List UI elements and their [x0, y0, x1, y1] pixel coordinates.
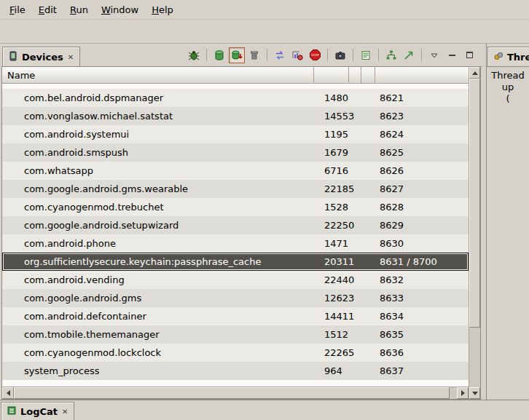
heap-dump-icon[interactable]	[229, 47, 245, 63]
process-row[interactable]: com.cyanogenmod.lockclock222658636	[2, 344, 469, 362]
process-row[interactable]: com.android.phone14718630	[2, 234, 469, 253]
process-row[interactable]: com.cyanogenmod.trebuchet15288628	[2, 198, 469, 216]
process-row[interactable]: com.google.android.gms126238633	[2, 289, 469, 307]
process-row[interactable]: com.android.defcontainer144118634	[2, 307, 469, 325]
process-row[interactable]: com.android.smspush16798625	[2, 143, 469, 162]
process-row[interactable]: com.tmobile.thememanager15128635	[2, 325, 469, 344]
process-row[interactable]: com.google.android.gms.wearable221858627	[2, 180, 469, 198]
process-pid: 1480	[314, 89, 349, 107]
tab-devices[interactable]: Devices ✕	[2, 47, 80, 66]
column-header-pid[interactable]	[314, 67, 349, 83]
process-port: 8627	[375, 180, 469, 198]
tab-devices-label: Devices	[22, 52, 63, 63]
process-port: 8629	[375, 216, 469, 234]
process-port: 8637	[375, 362, 469, 380]
column-header-port[interactable]	[375, 67, 469, 83]
scroll-down-button[interactable]	[469, 387, 480, 399]
process-name: com.android.defcontainer	[2, 307, 314, 325]
logcat-bar: LogCat ✕	[0, 400, 529, 420]
toolbar-separator	[378, 49, 379, 61]
process-pid: 1195	[314, 125, 349, 143]
process-row[interactable]: com.vonglasow.michael.satstat145538623	[2, 107, 469, 125]
column-header-blank1[interactable]	[349, 67, 361, 83]
process-name: com.google.android.setupwizard	[2, 216, 314, 234]
process-pid: 22185	[314, 180, 349, 198]
process-port: 8632	[375, 271, 469, 289]
maximize-icon[interactable]	[461, 47, 477, 63]
view-menu-icon[interactable]	[426, 47, 442, 63]
process-name: com.cyanogenmod.lockclock	[2, 344, 314, 362]
column-header-blank2[interactable]	[361, 67, 375, 83]
hierarchy-icon[interactable]	[383, 47, 399, 63]
tab-logcat-label: LogCat	[20, 406, 58, 417]
close-icon[interactable]: ✕	[67, 53, 74, 61]
menu-file[interactable]: File	[3, 1, 32, 18]
toolbar-separator	[267, 49, 267, 61]
gc-icon[interactable]	[246, 47, 262, 63]
horizontal-scrollbar[interactable]	[2, 387, 469, 399]
process-row[interactable]: org.sufficientlysecure.keychain:passphra…	[2, 253, 469, 271]
menu-edit[interactable]: Edit	[32, 1, 63, 18]
process-name: com.android.phone	[2, 234, 314, 253]
tab-threads[interactable]: Threads	[487, 47, 529, 66]
process-name: com.whatsapp	[2, 162, 314, 180]
process-row[interactable]: com.android.systemui11958624	[2, 125, 469, 143]
process-row[interactable]: com.whatsapp67168626	[2, 162, 469, 180]
process-pid: 1512	[314, 325, 349, 344]
scroll-up-button[interactable]	[469, 67, 480, 79]
process-pid: 14553	[314, 107, 349, 125]
tab-threads-label: Threads	[507, 52, 529, 63]
horizontal-scroll-thumb[interactable]	[14, 387, 450, 399]
toolbar-separator	[353, 49, 353, 61]
process-port: 8625	[375, 143, 469, 162]
process-port: 8633	[375, 289, 469, 307]
menubar: FileEditRunWindowHelp	[0, 0, 529, 20]
close-icon[interactable]: ✕	[61, 408, 68, 416]
screen-capture-icon[interactable]	[332, 47, 348, 63]
process-pid: 14411	[314, 307, 349, 325]
ddms-window: FileEditRunWindowHelp Devices ✕	[0, 0, 529, 420]
tab-logcat[interactable]: LogCat ✕	[1, 402, 74, 420]
method-profiling-icon[interactable]	[289, 47, 305, 63]
process-name: com.tmobile.thememanager	[2, 325, 314, 344]
stop-icon[interactable]: STOP	[307, 47, 323, 63]
scroll-track[interactable]	[469, 328, 480, 387]
devices-toolbar: STOP	[186, 47, 482, 63]
process-row[interactable]: system_process9648637	[2, 362, 469, 380]
process-row[interactable]: com.android.vending224408632	[2, 271, 469, 289]
partial-row	[2, 84, 469, 89]
expand-icon[interactable]	[401, 47, 417, 63]
process-name: org.sufficientlysecure.keychain:passphra…	[2, 253, 314, 271]
update-threads-icon[interactable]	[272, 47, 288, 63]
process-port: 8634	[375, 307, 469, 325]
process-pid: 20311	[314, 253, 349, 271]
main-area: Devices ✕	[0, 44, 529, 400]
threads-message-line1: Thread up	[488, 70, 528, 93]
device-icon	[8, 51, 18, 63]
process-pid: 1679	[314, 143, 349, 162]
logcat-icon	[7, 405, 17, 418]
devices-panel: Devices ✕	[0, 44, 482, 400]
device-table-body: com.bel.android.dspmanager14808621com.vo…	[2, 84, 469, 387]
device-table: Name com.bel.android.dspmanager14808621c…	[1, 67, 481, 400]
vertical-scrollbar[interactable]	[469, 67, 480, 399]
process-port: 8635	[375, 325, 469, 344]
minimize-icon[interactable]	[444, 47, 460, 63]
process-pid: 22250	[314, 216, 349, 234]
toolbar-separator	[421, 49, 422, 61]
toolbar-separator	[206, 49, 207, 61]
menu-help[interactable]: Help	[145, 1, 180, 18]
menu-run[interactable]: Run	[63, 1, 95, 18]
debug-icon[interactable]	[186, 47, 202, 63]
column-header-name[interactable]: Name	[2, 67, 314, 83]
threads-icon	[493, 51, 503, 63]
heap-update-icon[interactable]	[211, 47, 227, 63]
vertical-scroll-thumb[interactable]	[469, 79, 480, 328]
process-row[interactable]: com.google.android.setupwizard222508629	[2, 216, 469, 234]
scroll-left-button[interactable]	[2, 387, 14, 399]
process-row[interactable]: com.bel.android.dspmanager14808621	[2, 89, 469, 107]
system-report-icon[interactable]	[358, 47, 374, 63]
scroll-right-button[interactable]	[457, 387, 469, 399]
process-port: 8621	[375, 89, 469, 107]
menu-window[interactable]: Window	[95, 1, 145, 18]
